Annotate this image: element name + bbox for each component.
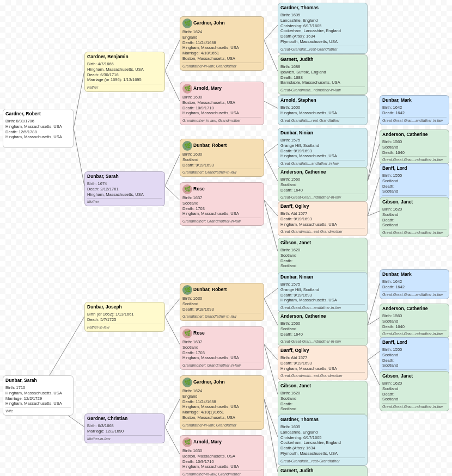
person-detail: Birth: 1630: [182, 296, 261, 301]
svg-line-20: [264, 288, 278, 299]
person-detail: Boston, Massachusetts, USA: [182, 56, 261, 61]
person-detail: Death:: [382, 392, 447, 397]
card-anderson_catherine_r2[interactable]: Anderson, CatherineBirth: 1560ScotlandDe…: [380, 304, 449, 338]
card-gardner_john_1[interactable]: 🌿Gardner, JohnBirth: 1624EnglandDeath: 1…: [180, 16, 264, 71]
person-detail: Ipswich, Suffolk, England: [280, 70, 365, 75]
person-role: Great-Great-Gran...andfather-in-law: [382, 291, 447, 297]
svg-line-29: [368, 211, 380, 216]
card-gardner_robert[interactable]: Gardner, RobertBirth: 8/31/1706Hingham, …: [3, 109, 74, 148]
person-detail: Birth (or 1662): 1/13/1661: [87, 312, 162, 317]
person-name: Dunbar, Sarah: [87, 174, 119, 180]
card-gardner_christian[interactable]: Gardner, ChristianBirth: 6/3/1668Marriag…: [84, 413, 165, 443]
svg-line-12: [165, 427, 180, 454]
card-banff_ogilvy_1[interactable]: Banff, OgilvyBirth: Abt 1577Death: 9/19/…: [278, 201, 368, 236]
person-detail: Hingham, Massachusetts, USA: [280, 298, 365, 303]
person-detail: Death: 1640: [280, 188, 365, 193]
person-icon: 🌿: [182, 84, 192, 94]
card-anderson_catherine_r1[interactable]: Anderson, CatherineBirth: 1560ScotlandDe…: [380, 129, 449, 164]
card-dunbar_ninian_1[interactable]: Dunbar, NinianBirth: 1575Grange Hill, Sc…: [278, 128, 368, 168]
svg-line-7: [165, 154, 180, 186]
card-gardner_thomas_1[interactable]: Gardner, ThomasBirth: 1605Lancashire, En…: [278, 3, 368, 54]
card-gibson_janet_r1[interactable]: Gibson, JanetBirth: 1620ScotlandDeath:Sc…: [380, 197, 449, 237]
card-anderson_catherine_1[interactable]: Anderson, CatherineBirth: 1560ScotlandDe…: [278, 167, 368, 202]
family-tree-chart: Gardner, RobertBirth: 8/31/1706Hingham, …: [0, 0, 452, 476]
person-name: Arnold, Stephen: [280, 97, 316, 103]
person-detail: Marriage: 4/10/1651: [182, 51, 261, 56]
person-detail: Birth: 1575: [280, 282, 365, 287]
person-name: Garnett, Judith: [280, 468, 313, 474]
card-anderson_catherine_2[interactable]: Anderson, CatherineBirth: 1560ScotlandDe…: [278, 311, 368, 346]
svg-line-30: [368, 283, 380, 325]
card-arnold_mary_2[interactable]: 🌿Arnold, MaryBirth: 1630Boston, Massachu…: [180, 435, 264, 476]
person-icon: 🌿: [182, 184, 192, 194]
person-role: Great-Great-Gran...ndmother-in-law: [382, 403, 447, 409]
person-detail: Grange Hill, Scotland: [280, 287, 365, 293]
person-name: Gibson, Janet: [280, 240, 311, 246]
person-detail: Birth: 8/31/1706: [5, 119, 71, 124]
svg-line-8: [165, 186, 180, 200]
card-dunbar_robert_2[interactable]: 🌿Dunbar, RobertBirth: 1630ScotlandDeath:…: [180, 283, 264, 321]
card-garnett_judith_1[interactable]: Garnett, JudithBirth: 1688Ipswich, Suffo…: [278, 54, 368, 95]
person-detail: Scotland: [382, 363, 447, 368]
person-detail: Scotland: [182, 201, 261, 206]
person-detail: Death: 1688: [280, 75, 365, 81]
card-garnett_judith_2[interactable]: Garnett, JudithBirth: 1688Ipswich, Suffo…: [278, 466, 368, 476]
person-name: Banff, Lord: [382, 339, 407, 345]
person-detail: Death: 6/30/1716: [87, 72, 162, 78]
person-detail: Death:: [382, 358, 447, 363]
person-detail: Birth: 1560: [382, 139, 447, 145]
person-detail: Lancashire, England: [280, 430, 365, 435]
person-detail: Christening: 6/17/1605: [280, 435, 365, 441]
svg-line-23: [264, 344, 278, 394]
person-detail: Birth: 1605: [280, 13, 365, 18]
card-rose_1[interactable]: 🌿RoseBirth: 1637ScotlandDeath: 1703Hingh…: [180, 182, 264, 226]
card-dunbar_robert_1[interactable]: 🌿Dunbar, RobertBirth: 1630ScotlandDeath:…: [180, 139, 264, 177]
person-detail: Hingham, Massachusetts, USA: [280, 153, 365, 159]
person-name: Rose: [193, 330, 205, 336]
card-gardner_benjamin[interactable]: Gardner, BenjaminBirth: 4/7/1666Hingham,…: [84, 52, 165, 92]
card-arnold_stephen_1[interactable]: Arnold, StephenBirth: 1600Hingham, Massa…: [278, 95, 368, 125]
card-dunbar_mark_2[interactable]: Dunbar, MarkBirth: 1642Death: 1642Great-…: [380, 269, 449, 299]
card-gardner_thomas_2[interactable]: Gardner, ThomasBirth: 1605Lancashire, En…: [278, 415, 368, 466]
person-role: Grandfather; Grandfather-in-law: [182, 169, 261, 175]
person-detail: Marriage: 12/2/1690: [87, 429, 162, 434]
person-detail: Birth: 1710: [5, 385, 71, 391]
person-detail: Death: 11/24/1688: [182, 40, 261, 46]
person-detail: Scotland: [182, 157, 261, 163]
svg-line-10: [165, 317, 180, 344]
card-dunbar_ninian_2[interactable]: Dunbar, NinianBirth: 1575Grange Hill, Sc…: [278, 272, 368, 312]
person-detail: Death: 2/12/1761: [87, 187, 162, 192]
person-role: Grandmother; Grandmother-in-law: [182, 362, 261, 368]
person-name: Anderson, Catherine: [382, 132, 428, 138]
svg-line-0: [74, 71, 84, 128]
person-detail: Death: 10/9/1710: [182, 459, 261, 465]
person-detail: Birth: 1637: [182, 339, 261, 345]
person-role: Father-in-law: [87, 324, 162, 330]
person-role: Grandfather-in-law; Grandfather: [182, 422, 261, 428]
person-name: Gardner, Benjamin: [87, 54, 129, 60]
card-dunbar_joseph[interactable]: Dunbar, JosephBirth (or 1662): 1/13/1661…: [84, 302, 165, 332]
svg-line-26: [368, 116, 380, 181]
card-banff_ogilvy_2[interactable]: Banff, OgilvyBirth: Abt 1577Death: 9/19/…: [278, 345, 368, 380]
person-detail: Hingham, Massachusetts, USA: [5, 401, 71, 406]
card-dunbar_sarah_f[interactable]: Dunbar, SarahBirth: 1674Death: 2/12/1761…: [84, 171, 165, 206]
person-detail: Scotland: [280, 406, 365, 412]
person-name: Dunbar, Ninian: [280, 130, 313, 136]
card-dunbar_sarah_wife[interactable]: Dunbar, SarahBirth: 1710Hingham, Massach…: [3, 375, 74, 416]
svg-line-18: [264, 200, 278, 216]
svg-line-13: [264, 25, 278, 40]
card-gibson_janet_r2[interactable]: Gibson, JanetBirth: 1620ScotlandDeath:Sc…: [380, 371, 449, 411]
person-detail: Scotland: [382, 397, 447, 402]
card-arnold_mary[interactable]: 🌿Arnold, MaryBirth: 1630Boston, Massachu…: [180, 82, 264, 125]
card-dunbar_mark_1[interactable]: Dunbar, MarkBirth: 1642Death: 1642Great-…: [380, 95, 449, 125]
person-detail: Marriage (or 1696): 1/13/1695: [87, 77, 162, 83]
person-detail: Hingham, Massachusetts, USA: [182, 211, 261, 217]
card-rose_2[interactable]: 🌿RoseBirth: 1637ScotlandDeath: 1703Hingh…: [180, 326, 264, 370]
person-detail: Birth: 1688: [280, 64, 365, 70]
person-detail: Death: 1640: [280, 332, 365, 337]
svg-line-21: [264, 299, 278, 325]
person-name: Gibson, Janet: [382, 373, 413, 379]
person-role: Great-Great-Gran...ndmother-in-law: [280, 338, 365, 344]
person-detail: Birth: 1560: [280, 321, 365, 326]
card-gardner_john_2[interactable]: 🌿Gardner, JohnBirth: 1624EnglandDeath: 1…: [180, 375, 264, 430]
